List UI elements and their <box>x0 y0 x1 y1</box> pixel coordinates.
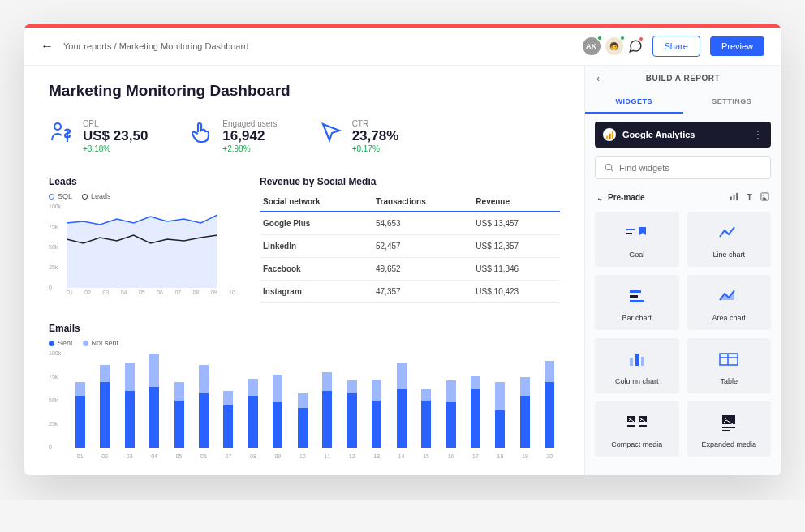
svg-rect-28 <box>722 430 730 431</box>
table-header: Transactions <box>372 192 472 212</box>
table-row[interactable]: Facebook49,652US$ 11,346 <box>260 258 560 281</box>
sidebar: ‹ BUILD A REPORT WIDGETS SETTINGS Google… <box>584 66 781 475</box>
goal-icon <box>625 223 649 242</box>
search-row[interactable] <box>595 156 771 179</box>
leads-xaxis: 01020304050607080910 <box>49 290 235 295</box>
emails-legend: Sent Not sent <box>49 339 560 347</box>
sidebar-back-icon[interactable]: ‹ <box>596 73 600 84</box>
column-chart-icon <box>628 350 646 369</box>
widget-label: Goal <box>629 251 644 259</box>
sidebar-tabs: WIDGETS SETTINGS <box>585 91 781 114</box>
chart-type-icon[interactable] <box>730 192 738 202</box>
svg-point-0 <box>54 123 61 130</box>
revenue-card: Revenue by Social Media Social networkTr… <box>260 176 560 303</box>
widget-table[interactable]: Table <box>687 338 772 393</box>
search-icon <box>604 162 614 173</box>
avatar-ak[interactable]: AK <box>583 37 601 55</box>
svg-rect-6 <box>734 195 735 200</box>
search-input[interactable] <box>619 163 762 173</box>
bar-column <box>70 354 90 448</box>
chat-icon[interactable] <box>628 39 643 54</box>
google-analytics-icon <box>603 128 616 141</box>
main-content: Marketing Monitoring Dashboard CPL US$ 2… <box>24 66 584 475</box>
bar-column <box>391 354 411 448</box>
preview-button[interactable]: Preview <box>710 36 764 56</box>
svg-rect-27 <box>722 427 735 428</box>
kpi-cpl: CPL US$ 23,50 +3.18% <box>49 119 148 153</box>
tab-settings[interactable]: SETTINGS <box>683 91 781 114</box>
widget-compact-media[interactable]: Compact media <box>595 401 679 457</box>
share-button[interactable]: Share <box>652 36 700 57</box>
avatar-user[interactable]: 🧑 <box>605 37 623 55</box>
kpi-delta: +0.17% <box>352 144 399 153</box>
svg-rect-22 <box>639 425 647 427</box>
svg-rect-13 <box>630 295 638 298</box>
widget-label: Area chart <box>712 314 746 322</box>
widget-area-chart[interactable]: Area chart <box>687 275 772 330</box>
table-icon <box>718 350 739 369</box>
expanded-media-icon <box>719 413 738 432</box>
compact-media-icon <box>626 413 648 432</box>
bar-column <box>342 354 362 448</box>
widget-goal[interactable]: Goal <box>595 212 679 267</box>
user-dollar-icon <box>49 119 75 145</box>
svg-point-9 <box>763 195 764 196</box>
svg-rect-17 <box>641 357 644 366</box>
widget-expanded-media[interactable]: Expanded media <box>687 401 772 457</box>
bar-column <box>415 354 436 448</box>
tab-widgets[interactable]: WIDGETS <box>585 91 683 114</box>
back-arrow-icon[interactable]: ← <box>41 39 54 54</box>
bar-column <box>292 354 312 448</box>
section-premade[interactable]: ⌄Pre-made T <box>595 187 771 207</box>
app-window: ← Your reports / Marketing Monitoring Da… <box>24 24 781 475</box>
widget-label: Compact media <box>611 440 662 448</box>
bar-column <box>243 354 263 448</box>
svg-point-26 <box>725 418 726 419</box>
kpi-label: CTR <box>352 119 399 128</box>
chevron-down-icon: ⌄ <box>596 193 603 202</box>
emails-title: Emails <box>49 323 560 334</box>
widget-label: Bar chart <box>622 314 652 322</box>
table-row[interactable]: Google Plus54,653US$ 13,457 <box>260 212 560 235</box>
sidebar-title: BUILD A REPORT <box>596 74 769 83</box>
cursor-icon <box>318 119 344 145</box>
kpi-engaged: Engaged users 16,942 +2.98% <box>188 119 277 153</box>
table-header: Social network <box>260 192 372 212</box>
topbar: ← Your reports / Marketing Monitoring Da… <box>24 28 781 66</box>
image-type-icon[interactable] <box>760 192 769 202</box>
kebab-menu-icon[interactable]: ⋮ <box>753 129 763 140</box>
svg-rect-2 <box>609 133 610 138</box>
widget-grid: GoalLine chartBar chartArea chartColumn … <box>595 212 771 457</box>
widget-label: Line chart <box>712 251 745 259</box>
bar-column <box>366 354 386 448</box>
data-source-bar[interactable]: Google Analytics ⋮ <box>595 122 771 148</box>
kpi-row: CPL US$ 23,50 +3.18% Engaged users 16,94… <box>49 119 560 153</box>
svg-rect-18 <box>720 354 738 365</box>
bar-column <box>94 354 114 448</box>
avatar-group: AK 🧑 <box>583 37 643 55</box>
kpi-label: Engaged users <box>222 119 277 128</box>
svg-rect-25 <box>722 415 735 424</box>
table-row[interactable]: LinkedIn52,457US$ 12,357 <box>260 235 560 258</box>
widget-line-chart[interactable]: Line chart <box>687 212 772 267</box>
widget-label: Expanded media <box>701 440 756 448</box>
svg-rect-16 <box>635 354 639 366</box>
widget-bar-chart[interactable]: Bar chart <box>595 275 679 330</box>
widget-column-chart[interactable]: Column chart <box>595 338 679 393</box>
kpi-label: CPL <box>83 119 148 128</box>
table-row[interactable]: Instagram47,357US$ 10,423 <box>260 281 560 303</box>
emails-card: Emails Sent Not sent 025k50k75k100k01020… <box>49 323 560 459</box>
table-header: Revenue <box>472 192 560 212</box>
bar-column <box>441 354 461 448</box>
svg-rect-11 <box>626 233 632 234</box>
text-type-icon[interactable]: T <box>747 192 752 202</box>
kpi-value: 16,942 <box>222 128 277 144</box>
widget-label: Table <box>720 377 738 385</box>
widget-label: Column chart <box>615 377 659 385</box>
breadcrumb[interactable]: Your reports / Marketing Monitoring Dash… <box>63 41 573 51</box>
bar-column <box>514 354 535 448</box>
svg-rect-19 <box>627 416 635 422</box>
svg-rect-21 <box>627 425 635 427</box>
kpi-delta: +3.18% <box>83 144 148 153</box>
leads-chart: 025k50k75k100k <box>49 207 235 288</box>
